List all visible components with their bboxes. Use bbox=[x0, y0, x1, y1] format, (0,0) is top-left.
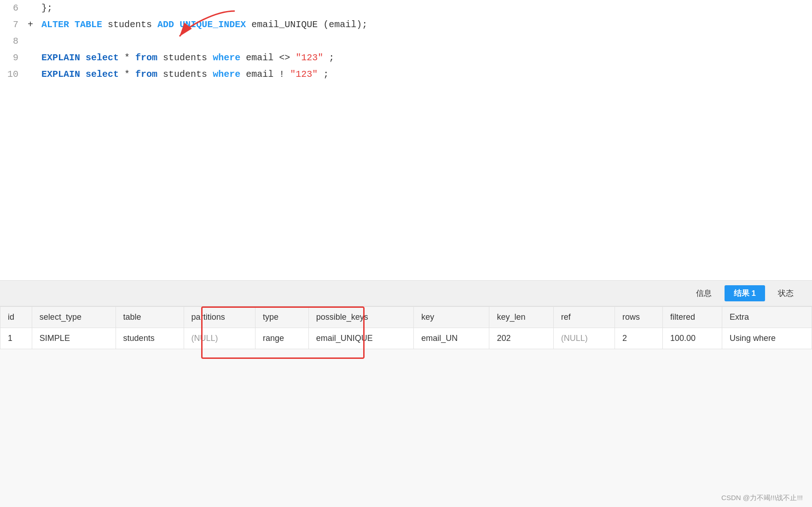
arrow-annotation bbox=[161, 6, 253, 43]
cell-extra: Using where bbox=[722, 328, 812, 349]
footer-watermark: CSDN @力不竭!!!战不止!!! bbox=[721, 494, 803, 502]
tab-bar: 信息 结果 1 状态 bbox=[0, 281, 812, 306]
code-line-10: 10 EXPLAIN select * from students where … bbox=[0, 66, 812, 83]
results-table-wrapper: id select_type table partitions type pos… bbox=[0, 306, 812, 349]
tab-result1[interactable]: 结果 1 bbox=[725, 285, 765, 301]
cell-partitions: (NULL) bbox=[184, 328, 255, 349]
cell-ref: (NULL) bbox=[553, 328, 615, 349]
col-header-key: key bbox=[414, 307, 489, 328]
table-row: 1 SIMPLE students (NULL) range email_UNI… bbox=[0, 328, 812, 349]
cell-id: 1 bbox=[0, 328, 32, 349]
line-content-6: }; bbox=[37, 0, 812, 17]
line-content-8 bbox=[37, 33, 812, 50]
col-header-ref: ref bbox=[553, 307, 615, 328]
bottom-panel: 信息 结果 1 状态 id select_type table partitio… bbox=[0, 281, 812, 507]
cell-rows: 2 bbox=[615, 328, 662, 349]
cell-type: range bbox=[255, 328, 308, 349]
code-line-8: 8 bbox=[0, 33, 812, 50]
tab-status[interactable]: 状态 bbox=[769, 285, 803, 301]
results-table: id select_type table partitions type pos… bbox=[0, 306, 812, 349]
col-header-rows: rows bbox=[615, 307, 662, 328]
cell-select-type: SIMPLE bbox=[32, 328, 116, 349]
line-content-7: ALTER TABLE students ADD UNIQUE_INDEX em… bbox=[37, 17, 812, 33]
col-header-id: id bbox=[0, 307, 32, 328]
col-header-extra: Extra bbox=[722, 307, 812, 328]
line-content-10: EXPLAIN select * from students where ema… bbox=[37, 66, 812, 83]
code-line-7: 7 + ALTER TABLE students ADD UNIQUE_INDE… bbox=[0, 17, 812, 33]
line-number-7: 7 bbox=[0, 17, 28, 33]
code-line-6: 6 }; bbox=[0, 0, 812, 17]
col-header-table: table bbox=[116, 307, 184, 328]
col-header-possible-keys: possible_keys bbox=[308, 307, 414, 328]
col-header-partitions: partitions bbox=[184, 307, 255, 328]
cell-key-len: 202 bbox=[489, 328, 553, 349]
code-line-9: 9 EXPLAIN select * from students where e… bbox=[0, 50, 812, 66]
col-header-type: type bbox=[255, 307, 308, 328]
col-header-filtered: filtered bbox=[663, 307, 722, 328]
code-editor: 6 }; 7 + ALTER TABLE students ADD UNIQUE… bbox=[0, 0, 812, 281]
cell-filtered: 100.00 bbox=[663, 328, 722, 349]
line-marker-7: + bbox=[28, 17, 37, 33]
cell-table: students bbox=[116, 328, 184, 349]
cell-possible-keys: email_UNIQUE bbox=[308, 328, 414, 349]
line-number-8: 8 bbox=[0, 33, 28, 50]
line-number-6: 6 bbox=[0, 0, 28, 17]
line-number-9: 9 bbox=[0, 50, 28, 66]
tab-info[interactable]: 信息 bbox=[687, 285, 721, 301]
line-content-9: EXPLAIN select * from students where ema… bbox=[37, 50, 812, 66]
col-header-select-type: select_type bbox=[32, 307, 116, 328]
table-header-row: id select_type table partitions type pos… bbox=[0, 307, 812, 328]
col-header-key-len: key_len bbox=[489, 307, 553, 328]
cell-key: email_UN bbox=[414, 328, 489, 349]
line-number-10: 10 bbox=[0, 66, 28, 83]
